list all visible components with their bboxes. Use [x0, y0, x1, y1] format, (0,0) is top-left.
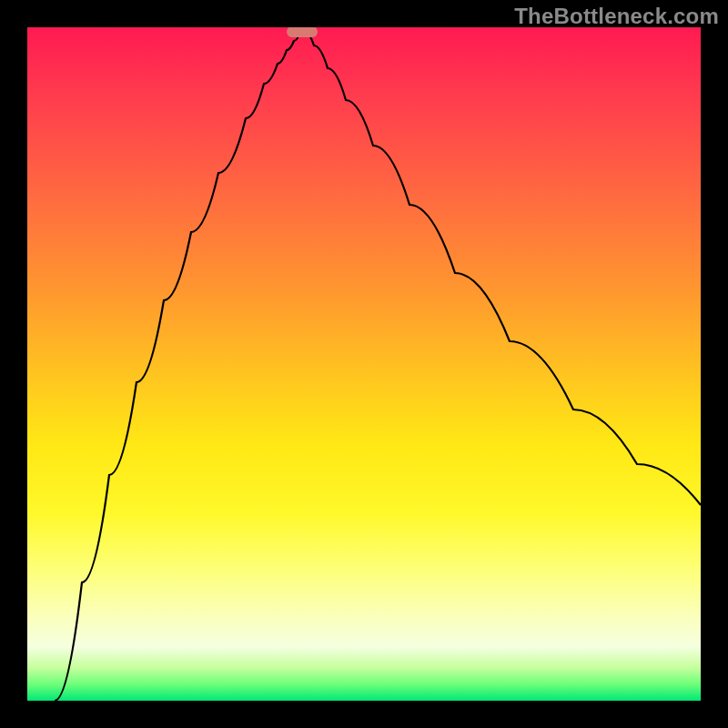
- curve-left-branch: [55, 32, 300, 701]
- chart-plot-area: [27, 27, 701, 701]
- chart-curve-svg: [27, 27, 701, 701]
- bottleneck-marker: [287, 27, 318, 37]
- watermark-text: TheBottleneck.com: [514, 4, 719, 29]
- curve-right-branch: [305, 32, 701, 505]
